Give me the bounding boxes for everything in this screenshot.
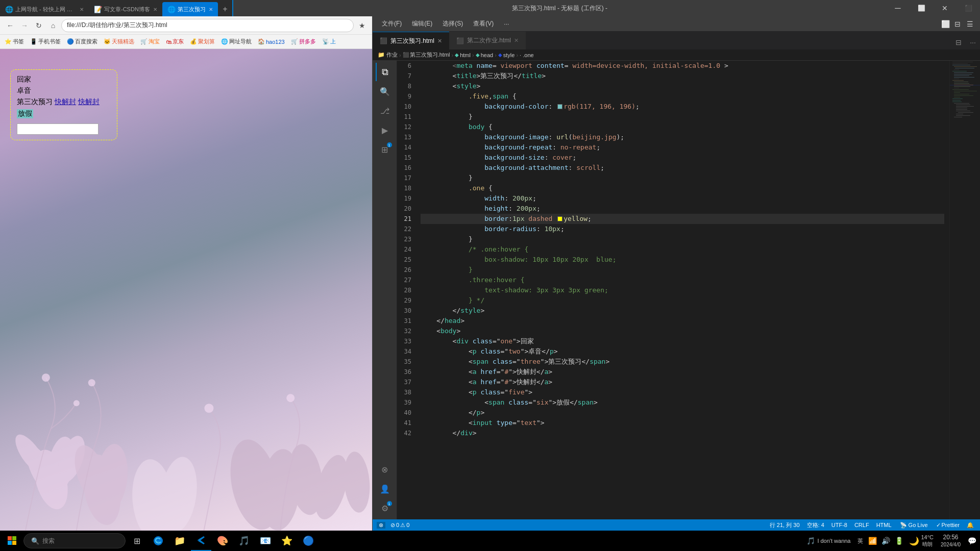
- search-icon[interactable]: 🔍: [376, 82, 394, 101]
- ime-indicator[interactable]: 英: [855, 537, 865, 545]
- taskbar-search[interactable]: 🔍 搜索: [23, 533, 126, 548]
- code-line-42: </div>: [421, 428, 944, 438]
- code-line-11: }: [421, 112, 944, 122]
- address-bar[interactable]: [61, 19, 354, 32]
- status-remote[interactable]: ⊗: [377, 522, 385, 529]
- new-browser-tab-btn[interactable]: +: [218, 2, 232, 16]
- status-errors[interactable]: ⊘ 0 ⚠ 0: [388, 522, 411, 529]
- accounts-icon[interactable]: 👤: [376, 480, 394, 498]
- menu-file[interactable]: 文件(F): [377, 16, 407, 32]
- refresh-btn[interactable]: ↻: [33, 19, 45, 32]
- bookmark-juhuasuan[interactable]: 💰 聚划算: [187, 37, 217, 46]
- menu-select[interactable]: 选择(S): [437, 16, 468, 32]
- menu-edit[interactable]: 编辑(E): [407, 16, 437, 32]
- status-eol[interactable]: CRLF: [852, 522, 871, 528]
- notification-btn[interactable]: 💬: [966, 535, 978, 547]
- back-btn[interactable]: ←: [4, 19, 16, 32]
- bookmark-jd[interactable]: 🛍 京东: [163, 37, 186, 46]
- browser-tab-1[interactable]: 🌐 上网导航 - 轻快上网 从这里开始 ✕: [0, 2, 89, 16]
- breadcrumb-head[interactable]: ◆ head: [476, 52, 493, 58]
- preview-link1[interactable]: 快解封: [55, 97, 76, 107]
- clock[interactable]: 20:56 2024/4/0: [938, 534, 964, 548]
- collections-btn[interactable]: ★: [356, 19, 368, 32]
- layout-toggle-btn[interactable]: ⬜: [939, 18, 951, 30]
- window-layout-btn[interactable]: ⬛: [957, 0, 980, 16]
- code-line-14: background-repeat: no-repeat;: [421, 142, 944, 153]
- bookmark-phone[interactable]: 📱 手机书签: [28, 37, 63, 46]
- window-minimize-btn[interactable]: ─: [886, 0, 910, 16]
- status-notifications[interactable]: 🔔: [965, 522, 976, 529]
- edge-taskbar-icon[interactable]: [148, 531, 168, 551]
- preview-text-input[interactable]: [17, 123, 99, 135]
- layout-split-btn[interactable]: ⊟: [951, 18, 964, 30]
- editor-tab-2-close[interactable]: ✕: [514, 37, 519, 44]
- menu-more[interactable]: ···: [499, 16, 514, 32]
- editor-tab-1-close[interactable]: ✕: [437, 38, 442, 44]
- app-icon-6[interactable]: 🗺: [320, 531, 340, 551]
- bookmark-wangzhi[interactable]: 🌐 网址导航: [218, 37, 254, 46]
- window-restore-btn[interactable]: ⬜: [910, 0, 933, 16]
- explorer-taskbar-icon[interactable]: 📁: [169, 531, 190, 551]
- start-button[interactable]: [2, 531, 22, 551]
- battery-icon[interactable]: 🔋: [893, 535, 905, 547]
- more-actions-btn[interactable]: ···: [966, 35, 980, 49]
- status-prettier[interactable]: ✓ Prettier: [934, 522, 962, 529]
- app-icon-4[interactable]: ⭐: [277, 531, 297, 551]
- app-icon-2[interactable]: 🎵: [234, 531, 254, 551]
- browser-tab-3-close[interactable]: ✕: [209, 7, 213, 12]
- status-golive[interactable]: 📡 Go Live: [897, 522, 931, 529]
- bookmarks-bar: ⭐ 书签 📱 手机书签 🔵 百度搜索 🐱 天猫精选 🛒 淘宝 🛍 京东 💰 聚划…: [0, 35, 372, 49]
- browser-tab-1-close[interactable]: ✕: [80, 7, 84, 12]
- svg-rect-58: [8, 536, 12, 540]
- status-language[interactable]: HTML: [874, 522, 894, 528]
- home-btn[interactable]: ⌂: [47, 19, 59, 32]
- remote-icon[interactable]: ⊗: [376, 460, 394, 479]
- menu-view[interactable]: 查看(V): [468, 16, 499, 32]
- settings-icon[interactable]: ⚙ 1: [376, 499, 394, 517]
- preview-link2[interactable]: 快解封: [78, 97, 100, 107]
- browser-tab-2-close[interactable]: ✕: [153, 7, 157, 12]
- bookmark-tianmao[interactable]: 🐱 天猫精选: [101, 37, 137, 46]
- sound-icon[interactable]: 🔊: [879, 535, 892, 547]
- run-debug-icon[interactable]: ▶: [376, 121, 394, 139]
- bookmark-shang[interactable]: 📡 上: [320, 37, 338, 46]
- breadcrumb-style[interactable]: ◆ style: [498, 52, 515, 58]
- status-encoding[interactable]: UTF-8: [829, 522, 849, 528]
- browser-tab-1-label: 上网导航 - 轻快上网 从这里开始: [15, 6, 77, 13]
- vscode-taskbar-icon[interactable]: [191, 531, 211, 551]
- status-spaces[interactable]: 空格: 4: [805, 521, 826, 529]
- editor-tab-inactive[interactable]: ⬛ 第二次作业.html ✕: [449, 32, 526, 49]
- bookmark-baidu[interactable]: 🔵 百度搜索: [64, 37, 100, 46]
- bookmark-shuqian[interactable]: ⭐ 书签: [2, 37, 27, 46]
- app-icon-1[interactable]: 🎨: [212, 531, 233, 551]
- browser-tab-2[interactable]: 📝 写文章-CSDN博客 ✕: [89, 2, 162, 16]
- breadcrumb-class[interactable]: · .one: [520, 52, 534, 58]
- task-view-btn[interactable]: ⊞: [127, 531, 147, 551]
- app-icon-5[interactable]: 🔵: [298, 531, 318, 551]
- music-player[interactable]: 🎵 I don't wanna: [803, 537, 853, 545]
- network-icon[interactable]: 📶: [866, 535, 878, 547]
- window-close-btn[interactable]: ✕: [933, 0, 957, 16]
- split-editor-btn[interactable]: ⊟: [951, 35, 966, 49]
- panel-toggle-btn[interactable]: ☰: [964, 18, 976, 30]
- breadcrumb-html[interactable]: ◆ html: [455, 52, 471, 58]
- source-control-icon[interactable]: ⎇: [376, 102, 394, 120]
- extensions-icon[interactable]: ⊞ 1: [376, 140, 394, 159]
- bookmark-taobao[interactable]: 🛒 淘宝: [138, 37, 162, 46]
- weather-widget[interactable]: 🌙 14°C 晴朗: [907, 534, 936, 547]
- code-content[interactable]: <meta name= viewport content= width=devi…: [415, 61, 949, 519]
- editor-tab-active[interactable]: ⬛ 第三次预习.html ✕: [373, 32, 449, 49]
- code-editor[interactable]: 6 7 8 9 10 11 12 13 14 15 16 17 18 19: [397, 61, 980, 519]
- breadcrumb-folder[interactable]: 📁: [378, 52, 385, 58]
- forward-btn[interactable]: →: [18, 19, 31, 32]
- browser-tab-3[interactable]: 🌐 第三次预习 ✕: [162, 2, 218, 16]
- explorer-icon[interactable]: ⧉: [376, 63, 394, 81]
- breadcrumb-file[interactable]: ⬛ 第三次预习.html: [403, 51, 450, 59]
- bookmark-pinduoduo[interactable]: 🛒 拼多多: [288, 37, 318, 46]
- bookmark-hao123[interactable]: 🏠 hao123: [255, 37, 287, 46]
- status-line-col[interactable]: 行 21, 列 30: [768, 521, 802, 529]
- breadcrumb-work[interactable]: 作业: [386, 51, 398, 59]
- svg-rect-44: [954, 97, 960, 97]
- app-icon-3[interactable]: 📧: [255, 531, 276, 551]
- plants-decoration: [0, 193, 372, 531]
